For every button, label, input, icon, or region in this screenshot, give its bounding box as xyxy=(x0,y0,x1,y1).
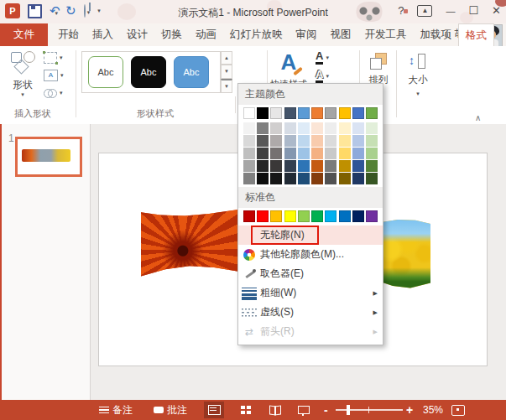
standard-color-swatch[interactable] xyxy=(243,210,255,222)
theme-color-swatch[interactable] xyxy=(339,107,351,119)
tint-color-swatch[interactable] xyxy=(270,160,282,172)
tab-审阅[interactable]: 审阅 xyxy=(290,23,324,46)
tab-动画[interactable]: 动画 xyxy=(189,23,223,46)
shape-style-sample-3[interactable]: Abc xyxy=(174,56,209,88)
close-button[interactable]: ✕ xyxy=(492,3,501,18)
tint-color-swatch[interactable] xyxy=(352,148,364,159)
standard-color-swatch[interactable] xyxy=(284,210,296,222)
tint-color-swatch[interactable] xyxy=(284,148,296,159)
tint-color-swatch[interactable] xyxy=(257,122,269,134)
theme-color-swatch[interactable] xyxy=(352,107,364,119)
tint-color-swatch[interactable] xyxy=(352,122,364,134)
help-button[interactable]: ? xyxy=(398,3,404,18)
tint-color-swatch[interactable] xyxy=(325,135,336,147)
theme-color-swatch[interactable] xyxy=(311,107,323,119)
tint-color-swatch[interactable] xyxy=(352,160,364,172)
tint-color-swatch[interactable] xyxy=(339,160,351,172)
comments-toggle[interactable]: 批注 xyxy=(154,400,187,420)
tint-color-swatch[interactable] xyxy=(366,160,378,172)
tint-color-swatch[interactable] xyxy=(311,173,323,184)
normal-view-button[interactable] xyxy=(204,402,224,418)
tint-color-swatch[interactable] xyxy=(366,135,378,147)
menu-item-color-wheel[interactable]: 其他轮廓颜色(M)... xyxy=(238,245,383,264)
zoom-out-button[interactable]: - xyxy=(324,400,328,420)
slide-sorter-view-button[interactable] xyxy=(236,402,256,418)
tint-color-swatch[interactable] xyxy=(352,135,364,147)
qat-customize-icon[interactable]: ▾ xyxy=(97,8,101,14)
gallery-scroll-up-button[interactable]: ▲ xyxy=(221,51,232,65)
redo-icon[interactable]: ↻ xyxy=(65,5,76,17)
tint-color-swatch[interactable] xyxy=(284,135,296,147)
ribbon-display-options-button[interactable]: ▲ xyxy=(417,5,432,17)
tint-color-swatch[interactable] xyxy=(325,122,336,134)
theme-color-swatch[interactable] xyxy=(284,107,296,119)
standard-color-swatch[interactable] xyxy=(311,210,323,222)
tint-color-swatch[interactable] xyxy=(257,135,269,147)
tab-切换[interactable]: 切换 xyxy=(154,23,189,46)
tint-color-swatch[interactable] xyxy=(270,122,282,134)
tab-文件[interactable]: 文件 xyxy=(0,23,48,46)
tab-设计[interactable]: 设计 xyxy=(120,23,154,46)
gallery-more-button[interactable]: ▼ xyxy=(221,79,232,93)
tint-color-swatch[interactable] xyxy=(243,148,255,159)
size-button[interactable]: 大小 ▾ xyxy=(401,49,435,108)
tint-color-swatch[interactable] xyxy=(243,173,255,184)
zoom-in-button[interactable]: + xyxy=(406,400,413,420)
tint-color-swatch[interactable] xyxy=(298,160,310,172)
zoom-level[interactable]: 35% xyxy=(423,400,443,420)
tint-color-swatch[interactable] xyxy=(339,135,351,147)
tint-color-swatch[interactable] xyxy=(284,122,296,134)
undo-button[interactable]: ↶▾ xyxy=(50,5,58,18)
menu-item-line-weight[interactable]: 粗细(W)▶ xyxy=(238,283,383,303)
collapse-ribbon-button[interactable]: ∧ xyxy=(475,113,481,122)
yellow-tulips-picture[interactable] xyxy=(380,220,430,290)
shape-style-sample-1[interactable]: Abc xyxy=(88,56,123,88)
tab-开始[interactable]: 开始 xyxy=(51,23,86,46)
tint-color-swatch[interactable] xyxy=(366,173,378,184)
tint-color-swatch[interactable] xyxy=(298,148,310,159)
tint-color-swatch[interactable] xyxy=(284,160,296,172)
touch-mode-button[interactable]: ▾ xyxy=(84,5,91,17)
tint-color-swatch[interactable] xyxy=(311,122,323,134)
tint-color-swatch[interactable] xyxy=(298,173,310,184)
theme-color-swatch[interactable] xyxy=(270,107,282,119)
menu-item-eyedropper[interactable]: 取色器(E) xyxy=(238,264,383,283)
standard-color-swatch[interactable] xyxy=(257,210,269,222)
tint-color-swatch[interactable] xyxy=(243,122,255,134)
slide-show-button[interactable] xyxy=(294,402,314,418)
text-fill-button[interactable]: A▾ xyxy=(316,51,329,65)
tint-color-swatch[interactable] xyxy=(325,173,336,184)
tab-格式[interactable]: 格式 xyxy=(458,23,494,46)
standard-color-swatch[interactable] xyxy=(352,210,364,222)
text-outline-button[interactable]: A▾ xyxy=(316,70,329,83)
tint-color-swatch[interactable] xyxy=(257,148,269,159)
fit-slide-button[interactable] xyxy=(451,400,465,420)
tint-color-swatch[interactable] xyxy=(270,173,282,184)
merge-shapes-button[interactable]: ▾ xyxy=(44,86,64,100)
tint-color-swatch[interactable] xyxy=(243,160,255,172)
tint-color-swatch[interactable] xyxy=(257,160,269,172)
save-icon[interactable] xyxy=(28,4,42,18)
theme-color-swatch[interactable] xyxy=(243,107,255,119)
standard-color-swatch[interactable] xyxy=(325,210,336,222)
maximize-button[interactable]: ☐ xyxy=(468,3,478,18)
tint-color-swatch[interactable] xyxy=(270,135,282,147)
theme-color-swatch[interactable] xyxy=(366,107,378,119)
standard-color-swatch[interactable] xyxy=(298,210,310,222)
standard-color-swatch[interactable] xyxy=(270,210,282,222)
slide-thumbnail[interactable] xyxy=(15,137,82,177)
tint-color-swatch[interactable] xyxy=(311,135,323,147)
tab-幻灯片放映[interactable]: 幻灯片放映 xyxy=(223,23,290,46)
theme-color-swatch[interactable] xyxy=(257,107,269,119)
zoom-slider-thumb[interactable] xyxy=(347,405,350,415)
tint-color-swatch[interactable] xyxy=(339,173,351,184)
theme-color-swatch[interactable] xyxy=(298,107,310,119)
notes-toggle[interactable]: 备注 xyxy=(99,400,133,420)
menu-item-no-outline[interactable]: 无轮廓(N) xyxy=(238,226,383,245)
gallery-scroll-down-button[interactable]: ▼ xyxy=(221,65,232,78)
tint-color-swatch[interactable] xyxy=(325,148,336,159)
shape-style-sample-2[interactable]: Abc xyxy=(131,56,166,88)
tint-color-swatch[interactable] xyxy=(284,173,296,184)
tint-color-swatch[interactable] xyxy=(270,148,282,159)
tint-color-swatch[interactable] xyxy=(339,122,351,134)
